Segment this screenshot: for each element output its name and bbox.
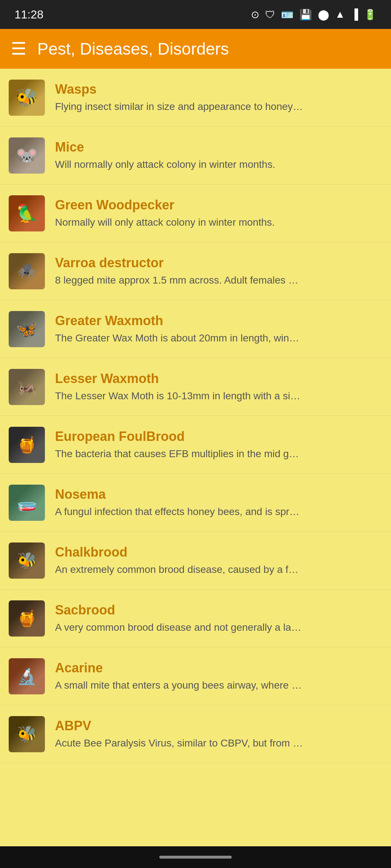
- id-icon: 🪪: [281, 9, 294, 21]
- status-icons: ⊙ 🛡 🪪 💾 ⬤ ▲ ▐ 🔋: [251, 9, 377, 21]
- list-item[interactable]: Green WoodpeckerNormally will only attac…: [0, 184, 391, 242]
- acarine-image: [9, 658, 45, 694]
- item-content: ABPVAcute Bee Paralysis Virus, similar t…: [55, 718, 382, 750]
- page-title: Pest, Diseases, Disorders: [37, 39, 229, 59]
- sim-icon: 💾: [299, 9, 312, 21]
- item-description: The bacteria that causes EFB multiplies …: [55, 447, 352, 461]
- item-title: Green Woodpecker: [55, 197, 382, 213]
- item-title: Varroa destructor: [55, 255, 382, 271]
- item-title: Sacbrood: [55, 603, 382, 618]
- item-description: A very common brood disease and not gene…: [55, 621, 352, 634]
- battery-icon: 🔋: [364, 9, 377, 21]
- list-item[interactable]: SacbroodA very common brood disease and …: [0, 590, 391, 647]
- item-title: ABPV: [55, 718, 382, 733]
- greater-waxmoth-image: [9, 311, 45, 347]
- chalkbrood-image: [9, 542, 45, 579]
- item-description: A fungul infection that effects honey be…: [55, 505, 352, 519]
- circle-icon: ⬤: [318, 9, 329, 21]
- item-description: Normally will only attack colony in wint…: [55, 216, 352, 229]
- item-title: Mice: [55, 140, 382, 155]
- item-title: Chalkbrood: [55, 545, 382, 560]
- bottom-pill: [159, 856, 232, 859]
- list-item[interactable]: European FoulBroodThe bacteria that caus…: [0, 416, 391, 474]
- green-woodpecker-image: [9, 195, 45, 231]
- european-foulbrood-image: [9, 427, 45, 463]
- item-content: Varroa destructor8 legged mite approx 1.…: [55, 255, 382, 287]
- item-description: The Lesser Wax Moth is 10-13mm in length…: [55, 389, 352, 403]
- list-item[interactable]: Greater WaxmothThe Greater Wax Moth is a…: [0, 300, 391, 358]
- item-content: ChalkbroodAn extremely common brood dise…: [55, 545, 382, 576]
- item-title: Nosema: [55, 487, 382, 502]
- item-title: Acarine: [55, 660, 382, 676]
- item-title: Greater Waxmoth: [55, 313, 382, 328]
- list-item[interactable]: WaspsFlying insect similar in size and a…: [0, 69, 391, 127]
- item-description: 8 legged mite approx 1.5 mm across. Adul…: [55, 273, 352, 287]
- wasps-image: [9, 80, 45, 116]
- varroa-destructor-image: [9, 253, 45, 289]
- item-title: Lesser Waxmoth: [55, 371, 382, 386]
- bottom-bar: [0, 846, 391, 868]
- item-content: Greater WaxmothThe Greater Wax Moth is a…: [55, 313, 382, 345]
- list-item[interactable]: Lesser WaxmothThe Lesser Wax Moth is 10-…: [0, 358, 391, 416]
- status-time: 11:28: [14, 8, 43, 21]
- lesser-waxmoth-image: [9, 369, 45, 405]
- item-content: SacbroodA very common brood disease and …: [55, 603, 382, 634]
- item-content: MiceWill normally only attack colony in …: [55, 140, 382, 171]
- menu-icon[interactable]: ☰: [11, 40, 26, 58]
- sacbrood-image: [9, 600, 45, 637]
- list-item[interactable]: ABPVAcute Bee Paralysis Virus, similar t…: [0, 705, 391, 763]
- item-description: The Greater Wax Moth is about 20mm in le…: [55, 331, 352, 345]
- list-item[interactable]: ChalkbroodAn extremely common brood dise…: [0, 532, 391, 590]
- item-description: An extremely common brood disease, cause…: [55, 563, 352, 576]
- list-item[interactable]: Varroa destructor8 legged mite approx 1.…: [0, 242, 391, 300]
- item-content: NosemaA fungul infection that effects ho…: [55, 487, 382, 519]
- abpv-image: [9, 716, 45, 752]
- item-content: Lesser WaxmothThe Lesser Wax Moth is 10-…: [55, 371, 382, 403]
- item-title: European FoulBrood: [55, 429, 382, 444]
- item-content: European FoulBroodThe bacteria that caus…: [55, 429, 382, 461]
- status-bar: 11:28 ⊙ 🛡 🪪 💾 ⬤ ▲ ▐ 🔋: [0, 0, 391, 29]
- item-description: Will normally only attack colony in wint…: [55, 158, 352, 171]
- notification-icon: ⊙: [251, 9, 259, 21]
- item-title: Wasps: [55, 82, 382, 97]
- signal-icon: ▐: [351, 9, 358, 20]
- list-item[interactable]: MiceWill normally only attack colony in …: [0, 127, 391, 184]
- item-content: AcarineA small mite that enters a young …: [55, 660, 382, 692]
- wifi-icon: ▲: [335, 9, 345, 20]
- item-content: WaspsFlying insect similar in size and a…: [55, 82, 382, 114]
- item-content: Green WoodpeckerNormally will only attac…: [55, 197, 382, 229]
- item-description: Flying insect similar in size and appear…: [55, 100, 352, 114]
- list-item[interactable]: NosemaA fungul infection that effects ho…: [0, 474, 391, 532]
- item-description: A small mite that enters a young bees ai…: [55, 678, 352, 692]
- shield-icon: 🛡: [265, 9, 275, 21]
- nosema-image: [9, 485, 45, 521]
- app-bar: ☰ Pest, Diseases, Disorders: [0, 29, 391, 69]
- mice-image: [9, 137, 45, 174]
- list-item[interactable]: AcarineA small mite that enters a young …: [0, 647, 391, 705]
- pest-list: WaspsFlying insect similar in size and a…: [0, 69, 391, 763]
- item-description: Acute Bee Paralysis Virus, similar to CB…: [55, 736, 352, 750]
